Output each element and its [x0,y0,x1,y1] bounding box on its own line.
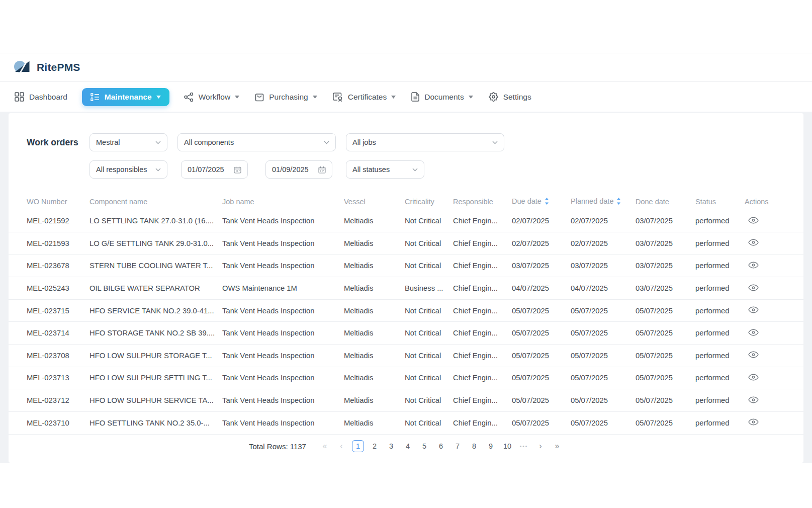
filters-section: Work orders Mestral All components [9,113,803,188]
cell-planned: 05/07/2025 [571,322,636,345]
page-button-1[interactable]: 1 [352,440,364,452]
date-from-input[interactable]: 01/07/2025 [181,160,248,179]
column-header-label: WO Number [27,198,67,206]
page-button-9[interactable]: 9 [485,440,497,452]
nav-item-certificates[interactable]: Certificates [332,89,397,106]
view-work-order-button[interactable] [746,370,761,385]
cell-done: 05/07/2025 [636,322,695,345]
cell-responsible: Chief Engin... [453,210,512,232]
statuses-select[interactable]: All statuses [346,160,424,179]
page-button-7[interactable]: 7 [452,440,464,452]
nav-item-dashboard[interactable]: Dashboard [14,88,68,106]
cell-vessel: Meltiadis [344,411,405,434]
cell-vessel: Meltiadis [344,232,405,255]
view-work-order-button[interactable] [746,303,761,318]
view-work-order-button[interactable] [746,348,761,363]
view-work-order-button[interactable] [746,236,761,251]
nav-item-label: Dashboard [29,93,67,102]
cell-planned: 03/07/2025 [571,255,636,277]
column-header-due-date[interactable]: Due date [512,194,571,210]
previous-page-button[interactable]: ‹ [335,440,347,452]
view-work-order-button[interactable] [746,325,761,341]
table-row: MEL-023710HFO SETTLING TANK NO.2 35.0-..… [9,411,803,434]
view-work-order-button[interactable] [746,258,761,273]
page-button-3[interactable]: 3 [385,440,397,452]
list-icon [91,93,100,101]
view-work-order-button[interactable] [746,415,761,431]
cell-wo: MEL-023713 [9,367,89,389]
view-work-order-button[interactable] [746,213,761,228]
cell-job: Tank Vent Heads Inspection [222,299,344,322]
page-button-2[interactable]: 2 [369,440,381,452]
view-work-order-button[interactable] [746,281,761,296]
page-title: Work orders [27,133,89,188]
page-button-10[interactable]: 10 [501,440,513,452]
cell-responsible: Chief Engin... [453,389,512,412]
column-header-label: Status [695,198,716,206]
cell-criticality: Not Critical [405,255,453,277]
cell-done: 03/07/2025 [636,232,695,255]
eye-icon [748,239,759,247]
cell-wo: MEL-023714 [9,322,89,345]
cell-due: 05/07/2025 [512,389,571,412]
cell-component: OIL BILGE WATER SEPARATOR [89,277,222,300]
cell-due: 05/07/2025 [512,411,571,434]
cell-wo: MEL-023715 [9,299,89,322]
page-button-6[interactable]: 6 [435,440,447,452]
first-page-button[interactable]: « [319,440,331,452]
sort-arrows-icon[interactable] [616,198,621,206]
column-header-label: Due date [512,197,542,205]
sort-arrows-icon[interactable] [545,198,549,206]
cell-vessel: Meltiadis [344,367,405,389]
column-header-label: Vessel [344,198,366,206]
cell-component: HFO STORAGE TANK NO.2 SB 39.... [89,322,222,345]
page-button-8[interactable]: 8 [468,440,480,452]
last-page-button[interactable]: » [551,440,563,452]
work-orders-card: Work orders Mestral All components [9,113,803,463]
column-header-label: Done date [636,198,669,206]
cell-actions [745,345,803,367]
page-button-4[interactable]: 4 [402,440,414,452]
column-header-responsible: Responsible [453,194,512,210]
nav-item-maintenance[interactable]: Maintenance [82,88,169,106]
cell-wo: MEL-023708 [9,345,89,367]
cell-vessel: Meltiadis [344,322,405,345]
cell-actions [745,232,803,255]
eye-icon [748,306,759,315]
next-page-button[interactable]: › [534,440,547,452]
nav-item-settings[interactable]: Settings [488,88,532,106]
vessel-select-value: Mestral [96,138,120,146]
cell-job: Tank Vent Heads Inspection [222,367,344,389]
brand[interactable]: RitePMS [14,59,80,75]
responsibles-select[interactable]: All responsibles [89,160,167,179]
cell-criticality: Not Critical [405,389,453,412]
calendar-icon [318,166,326,174]
pagination: Total Rows: 1137 «‹12345678910•••›» [9,434,803,458]
page-button-5[interactable]: 5 [418,440,430,452]
cell-done: 03/07/2025 [636,277,695,300]
nav-item-workflow[interactable]: Workflow [183,89,240,106]
app-header: RitePMS [0,53,812,82]
chevron-down-icon [492,141,498,144]
share-icon [184,93,194,102]
nav-item-purchasing[interactable]: Purchasing [254,89,318,106]
eye-icon [748,418,759,427]
column-header-planned-date[interactable]: Planned date [571,194,636,210]
cell-done: 05/07/2025 [636,299,695,322]
table-row: MEL-021593LO G/E SETTLING TANK 29.0-31.0… [9,232,803,255]
cell-status: performed [695,210,745,232]
jobs-select[interactable]: All jobs [346,133,504,151]
nav-item-documents[interactable]: Documents [410,88,474,106]
cell-criticality: Not Critical [405,411,453,434]
view-work-order-button[interactable] [746,393,761,408]
logo-icon [14,59,31,75]
vessel-select[interactable]: Mestral [89,133,167,151]
table-row: MEL-025243OIL BILGE WATER SEPARATOROWS M… [9,277,803,300]
components-select[interactable]: All components [177,133,336,151]
cell-responsible: Chief Engin... [453,277,512,300]
cell-component: HFO LOW SULPHUR SETTLING T... [89,367,222,389]
cell-responsible: Chief Engin... [453,255,512,277]
date-to-input[interactable]: 01/09/2025 [265,160,332,179]
date-to-value: 01/09/2025 [272,165,309,174]
cell-due: 05/07/2025 [512,322,571,345]
